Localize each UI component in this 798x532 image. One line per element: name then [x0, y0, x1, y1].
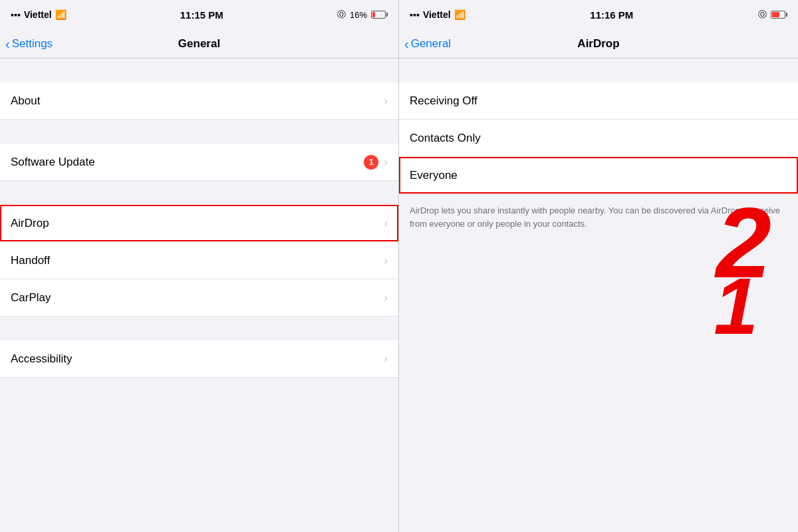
right-nav-bar: ‹ General AirDrop	[399, 29, 798, 59]
contacts-only-row[interactable]: Contacts Only	[399, 120, 798, 157]
carplay-right: ›	[384, 291, 388, 305]
right-back-chevron-icon: ‹	[404, 37, 409, 51]
about-label: About	[11, 94, 384, 108]
about-right: ›	[384, 94, 388, 108]
handoff-chevron-icon: ›	[384, 254, 388, 267]
about-row[interactable]: About ›	[0, 82, 398, 120]
battery-percent: 16%	[350, 10, 367, 20]
right-carrier-label: Viettel	[423, 9, 451, 20]
handoff-right: ›	[384, 254, 388, 267]
accessibility-label: Accessibility	[11, 352, 384, 366]
section-gap-2	[0, 120, 398, 144]
right-panel: ▪▪▪ Viettel 📶 11:16 PM Ⓞ ‹ General AirDr…	[399, 0, 798, 532]
right-section-gap-1	[399, 59, 798, 82]
right-signal-bars-icon: ▪▪▪	[410, 9, 420, 20]
about-chevron-icon: ›	[384, 94, 388, 108]
software-update-right: 1 ›	[364, 155, 388, 170]
right-carrier: ▪▪▪ Viettel 📶	[410, 9, 466, 20]
right-time: 11:16 PM	[590, 9, 633, 21]
software-update-label: Software Update	[11, 156, 364, 169]
left-status-bar: ▪▪▪ Viettel 📶 11:15 PM Ⓞ 16%	[0, 0, 398, 29]
location-icon: Ⓞ	[337, 9, 346, 21]
right-back-button[interactable]: ‹ General	[404, 37, 451, 51]
carplay-label: CarPlay	[11, 291, 384, 305]
left-back-chevron-icon: ‹	[5, 37, 10, 51]
carrier-label: Viettel	[24, 9, 52, 20]
battery-icon	[371, 11, 388, 19]
airdrop-row[interactable]: AirDrop ›	[0, 205, 398, 242]
left-nav-title: General	[178, 37, 220, 51]
airdrop-options-list: Receiving Off Contacts Only Everyone Air…	[399, 59, 798, 532]
accessibility-right: ›	[384, 352, 388, 366]
left-panel: ▪▪▪ Viettel 📶 11:15 PM Ⓞ 16% ‹ Settings …	[0, 0, 399, 532]
receiving-off-label: Receiving Off	[410, 94, 787, 108]
section-gap-3	[0, 181, 398, 205]
left-battery-area: Ⓞ 16%	[337, 9, 388, 21]
right-location-icon: Ⓞ	[758, 9, 767, 21]
left-settings-list: About › Software Update 1 › AirDrop › Ha…	[0, 59, 398, 532]
accessibility-row[interactable]: Accessibility ›	[0, 340, 398, 378]
section-gap-4	[0, 317, 398, 340]
everyone-row[interactable]: Everyone	[399, 157, 798, 194]
software-update-chevron-icon: ›	[384, 156, 388, 169]
receiving-off-row[interactable]: Receiving Off	[399, 82, 798, 120]
airdrop-label: AirDrop	[11, 217, 384, 230]
accessibility-chevron-icon: ›	[384, 352, 388, 366]
airdrop-description-text: AirDrop lets you share instantly with pe…	[410, 205, 780, 229]
handoff-label: Handoff	[11, 254, 384, 267]
software-update-row[interactable]: Software Update 1 ›	[0, 144, 398, 181]
right-battery-icon	[771, 11, 787, 19]
airdrop-chevron-icon: ›	[384, 217, 388, 230]
section-gap-1	[0, 59, 398, 82]
wifi-icon: 📶	[55, 9, 66, 20]
right-back-label: General	[411, 37, 451, 51]
right-battery-area: Ⓞ	[758, 9, 787, 21]
left-back-label: Settings	[12, 37, 53, 51]
right-wifi-icon: 📶	[454, 9, 466, 20]
handoff-row[interactable]: Handoff ›	[0, 242, 398, 279]
right-nav-title: AirDrop	[577, 37, 619, 51]
software-update-badge: 1	[364, 155, 378, 170]
airdrop-description: AirDrop lets you share instantly with pe…	[399, 194, 798, 239]
signal-bars-icon: ▪▪▪	[11, 9, 21, 20]
carplay-row[interactable]: CarPlay ›	[0, 279, 398, 317]
left-carrier: ▪▪▪ Viettel 📶	[11, 9, 66, 20]
right-status-bar: ▪▪▪ Viettel 📶 11:16 PM Ⓞ	[399, 0, 798, 29]
left-time: 11:15 PM	[180, 9, 223, 21]
contacts-only-label: Contacts Only	[410, 132, 787, 145]
left-back-button[interactable]: ‹ Settings	[5, 37, 53, 51]
everyone-label: Everyone	[410, 169, 787, 182]
airdrop-right: ›	[384, 217, 388, 230]
carplay-chevron-icon: ›	[384, 291, 388, 305]
left-nav-bar: ‹ Settings General	[0, 29, 398, 59]
